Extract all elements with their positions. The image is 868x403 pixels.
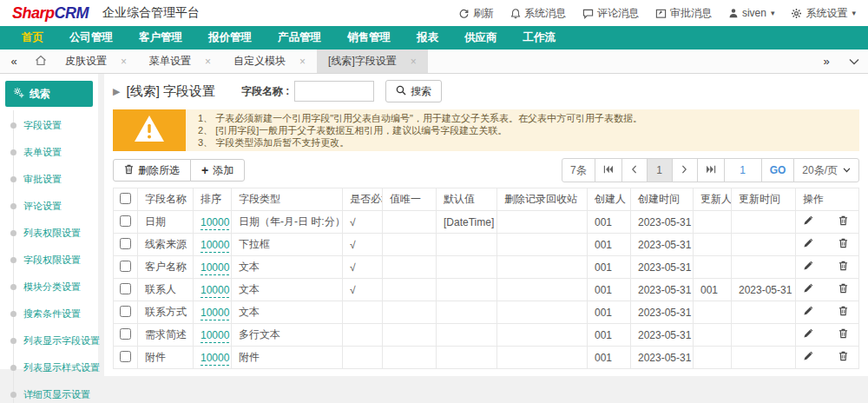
cell-unique <box>383 301 437 324</box>
add-button[interactable]: + 添加 <box>190 159 245 182</box>
close-icon[interactable]: × <box>121 56 127 68</box>
tab[interactable]: 菜单设置 × <box>138 50 222 73</box>
pagination-goto-input[interactable] <box>725 159 761 182</box>
collapse-caret-icon[interactable]: ▶ <box>113 86 120 97</box>
pagination-current-page[interactable]: 1 <box>647 158 673 182</box>
sidebar-menu-item[interactable]: 列表显示样式设置 <box>14 354 98 381</box>
cell-required <box>343 347 383 369</box>
delete-selected-button[interactable]: 删除所选 <box>113 159 191 182</box>
delete-icon[interactable] <box>835 307 847 319</box>
edit-icon[interactable] <box>803 239 816 251</box>
row-checkbox[interactable] <box>120 238 131 249</box>
tab[interactable]: 自定义模块 × <box>222 50 317 73</box>
delete-icon[interactable] <box>835 239 847 251</box>
sidebar-menu-item[interactable]: 列表显示字段设置 <box>14 327 98 354</box>
refresh-icon <box>458 8 470 19</box>
column-header-name: 字段名称 <box>138 188 194 211</box>
edit-icon[interactable] <box>803 352 816 364</box>
table-row: 日期 10000 日期（年-月-日 时:分） √ [DateTime] 001 … <box>114 211 859 234</box>
delete-icon[interactable] <box>835 284 847 296</box>
row-checkbox[interactable] <box>120 328 131 340</box>
sidebar-menu-item[interactable]: 列表权限设置 <box>14 220 98 247</box>
delete-icon[interactable] <box>835 329 847 341</box>
tab[interactable]: 皮肤设置 × <box>54 50 138 73</box>
nav-item[interactable]: 销售管理 <box>334 26 404 50</box>
sidebar-menu-item[interactable]: 字段设置 <box>14 112 98 139</box>
sidebar-menu-item[interactable]: 评论设置 <box>14 193 98 220</box>
sidebar-module-header[interactable]: 线索 <box>5 81 93 107</box>
edit-icon[interactable] <box>803 284 816 296</box>
table-row: 需求简述 10000 多行文本 001 2023-05-31 <box>114 324 859 347</box>
field-name-input[interactable] <box>294 81 374 102</box>
cell-operations <box>796 256 859 279</box>
order-link[interactable]: 10000 <box>201 284 229 298</box>
cell-created: 2023-05-31 <box>631 301 694 324</box>
delete-icon[interactable] <box>835 352 847 364</box>
sidebar-menu-item[interactable]: 模块分类设置 <box>14 274 98 301</box>
select-all-checkbox[interactable] <box>120 193 131 204</box>
comment-icon <box>582 8 594 19</box>
nav-item[interactable]: 供应商 <box>451 26 510 50</box>
nav-item[interactable]: 工作流 <box>510 26 569 50</box>
sidebar-menu-item[interactable]: 搜索条件设置 <box>14 301 98 327</box>
tabs-menu-button[interactable] <box>840 50 868 73</box>
nav-item[interactable]: 客户管理 <box>126 26 195 50</box>
sidebar-menu-item[interactable]: 表单设置 <box>14 139 98 166</box>
search-button[interactable]: 搜索 <box>385 80 442 102</box>
nav-item[interactable]: 产品管理 <box>265 26 334 50</box>
tab[interactable]: [线索]字段设置 × <box>317 50 428 73</box>
close-icon[interactable]: × <box>205 56 211 68</box>
delete-icon[interactable] <box>835 216 847 228</box>
order-link[interactable]: 10000 <box>201 216 229 230</box>
cell-recycle <box>497 211 588 234</box>
trash-icon <box>124 164 134 177</box>
order-link[interactable]: 10000 <box>201 352 229 366</box>
nav-item[interactable]: 公司管理 <box>56 26 126 50</box>
edit-icon[interactable] <box>803 329 816 341</box>
order-link[interactable]: 10000 <box>201 261 229 275</box>
cell-unique <box>383 256 437 279</box>
row-checkbox[interactable] <box>120 261 131 272</box>
sidebar-menu-item[interactable]: 详细页显示设置 <box>14 381 98 403</box>
order-link[interactable]: 10000 <box>201 307 229 320</box>
order-link[interactable]: 10000 <box>201 239 229 253</box>
nav-item[interactable]: 报价管理 <box>195 26 265 50</box>
cell-required: √ <box>343 256 383 279</box>
pagination-last-button[interactable] <box>697 158 725 182</box>
row-checkbox[interactable] <box>120 306 131 317</box>
cell-field-name: 线索来源 <box>138 234 194 256</box>
nav-item[interactable]: 首页 <box>9 26 56 50</box>
table-row: 联系人 10000 文本 √ 001 2023-05-31 001 2023-0… <box>114 279 859 301</box>
row-checkbox[interactable] <box>120 351 131 362</box>
tabs-scroll-left-button[interactable]: « <box>0 50 28 73</box>
cell-recycle <box>497 279 588 301</box>
pagination-go-button[interactable]: GO <box>761 158 795 182</box>
pagination-prev-button[interactable] <box>621 158 648 182</box>
pagination-next-button[interactable] <box>672 158 698 182</box>
system-messages-button[interactable]: 系统消息 <box>510 6 566 21</box>
pagination-first-button[interactable] <box>595 158 622 182</box>
sidebar-menu-item[interactable]: 字段权限设置 <box>14 247 98 274</box>
tabs-scroll-right-button[interactable]: » <box>812 50 840 73</box>
row-checkbox[interactable] <box>120 283 131 294</box>
edit-icon[interactable] <box>803 307 816 319</box>
row-checkbox[interactable] <box>120 215 131 227</box>
tab-label: 皮肤设置 <box>65 54 107 69</box>
close-icon[interactable]: × <box>299 56 306 68</box>
tab-list: 皮肤设置 × 菜单设置 × 自定义模块 × [线索]字段设置 × <box>54 50 428 73</box>
page-size-select[interactable]: 20条/页 <box>793 158 859 182</box>
sidebar-menu-item[interactable]: 审批设置 <box>14 166 98 193</box>
close-icon[interactable]: × <box>411 56 417 68</box>
approval-messages-button[interactable]: 审批消息 <box>655 6 712 21</box>
order-link[interactable]: 10000 <box>201 329 229 343</box>
home-tab-button[interactable] <box>28 50 54 73</box>
refresh-button[interactable]: 刷新 <box>458 6 494 21</box>
delete-icon[interactable] <box>835 261 847 274</box>
nav-item[interactable]: 报表 <box>404 26 451 50</box>
cell-field-type: 多行文本 <box>232 324 343 347</box>
edit-icon[interactable] <box>803 216 816 228</box>
edit-icon[interactable] <box>803 261 816 274</box>
comment-messages-button[interactable]: 评论消息 <box>582 6 639 21</box>
user-menu[interactable]: siven ▾ <box>728 7 775 19</box>
system-settings-menu[interactable]: 系统设置 ▾ <box>791 6 856 21</box>
